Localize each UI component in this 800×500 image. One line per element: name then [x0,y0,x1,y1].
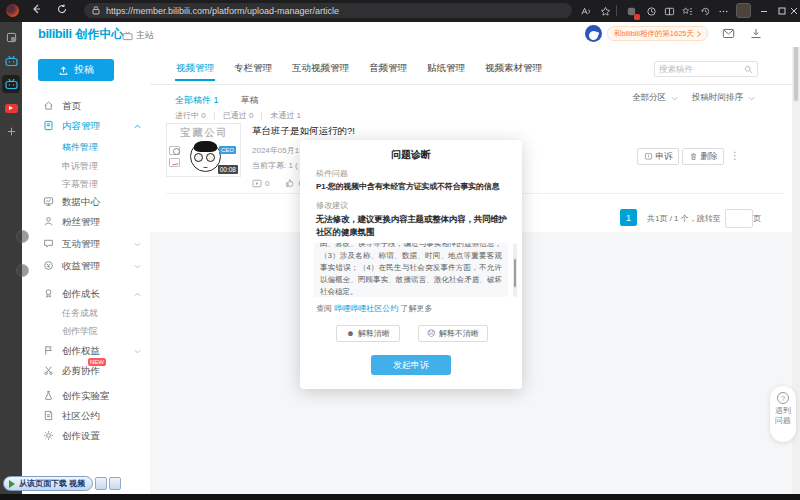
tab-sticker-management[interactable]: 贴纸管理 [426,57,466,80]
explain-clear-button[interactable]: ☻ 解释清晰 [336,325,400,342]
sidebar-item-bijian-collab[interactable]: 必剪协作 NEW [22,363,150,379]
help-widget[interactable]: ? 遇到 问题 [770,386,796,442]
history-icon[interactable] [698,4,712,18]
browser-profile-avatar[interactable] [736,3,751,18]
appeal-button[interactable]: 申诉 [637,148,679,165]
manage-tabs: 视频管理 专栏管理 互动视频管理 音频管理 贴纸管理 视频素材管理 [175,55,543,81]
question-mark-icon: ? [777,392,789,404]
sidebar-item-appeal-management[interactable]: 申诉管理 [22,158,150,174]
back-icon[interactable] [30,3,42,15]
delete-button[interactable]: 删除 [682,148,724,165]
filter-groups: 全部稿件 1 草稿 [175,94,259,107]
search-icon[interactable] [744,65,753,74]
sidebar-item-manuscript-management[interactable]: 稿件管理 [22,139,150,155]
download-helper-option-icon[interactable] [95,477,107,490]
sidebar-handle-icon[interactable] [16,264,29,277]
more-actions-icon[interactable]: ⋮ [730,150,740,161]
days-badge[interactable]: 和bilibili相伴的第1625天 [607,26,708,41]
sidebar-item-interaction-management[interactable]: 互动管理 [22,236,150,252]
sidebar-item-subtitle-management[interactable]: 字幕管理 [22,176,150,192]
tab-video-management[interactable]: 视频管理 [175,57,215,80]
status-in-progress[interactable]: 进行中 0 [175,110,206,121]
sidebar-item-data-center[interactable]: 数据中心 [22,194,150,210]
sidebar-item-creator-lab[interactable]: 创作实验室 [22,388,150,404]
content-icon [43,120,54,131]
advice-text: 无法修改，建议更换内容主题或整体内容，共同维护社区的健康氛围 [316,213,508,239]
tab-youtube-icon[interactable] [2,99,20,117]
jump-page-input[interactable] [725,209,753,228]
filter-all-manuscripts[interactable]: 全部稿件 1 [175,94,219,107]
modal-title: 问题诊断 [300,148,522,162]
thumbs-up-icon [285,178,295,188]
url-text[interactable]: https://member.bilibili.com/platform/upl… [106,6,339,16]
sidebar-item-creator-settings[interactable]: 创作设置 [22,428,150,444]
sidebar-item-creator-growth[interactable]: 创作成长 [22,286,150,302]
sidebar-item-home[interactable]: 首页 [22,98,150,114]
publish-button[interactable]: 投稿 [38,59,114,81]
thumbnail-text: 宝藏公司 [167,126,241,140]
browser-essentials-icon[interactable] [644,4,658,18]
close-button[interactable] [788,0,800,22]
modal-scrollbar-thumb[interactable] [513,258,517,288]
search-box [654,61,758,77]
home-icon [43,100,54,111]
video-title[interactable]: 草台班子是如何运行的?! [252,125,355,138]
tab-bilibili-creator-icon[interactable] [2,75,20,93]
extension-icon[interactable] [624,4,638,18]
chevron-down-icon [134,242,141,247]
tab-article-management[interactable]: 专栏管理 [233,57,273,80]
community-pact-link[interactable]: 哔哩哔哩社区公约 [334,304,398,313]
sidebar-handle-icon[interactable] [16,230,29,243]
new-tab-icon[interactable] [2,122,20,140]
user-avatar[interactable] [585,25,602,42]
url-bar[interactable]: https://member.bilibili.com/platform/upl… [84,3,572,18]
sidebar-item-creator-rights[interactable]: 创作权益 [22,343,150,359]
browser-logo-icon[interactable] [6,4,19,17]
policy-scroll-box[interactable]: 由、篡改、误导等手段，编造与事实相悖的虚假信息；（3）涉及名称、称谓、数据、时间… [314,243,508,297]
bilibili-logo[interactable]: bilibili创作中心 [38,26,124,43]
gear-icon [43,430,54,441]
read-aloud-icon[interactable] [578,4,592,18]
sidebar-item-revenue-management[interactable]: 收益管理 [22,258,150,274]
split-screen-icon[interactable] [662,4,676,18]
more-menu-icon[interactable] [716,4,730,18]
publish-label: 投稿 [74,63,94,77]
bookmark-star-icon[interactable] [598,4,612,18]
tab-bilibili-icon[interactable] [2,52,20,70]
page-number-button[interactable]: 1 [620,209,637,226]
main-site-link[interactable]: 主站 [122,29,154,42]
start-appeal-button[interactable]: 发起申诉 [371,355,451,375]
tab-list-icon[interactable] [2,28,20,46]
trash-icon [689,152,698,161]
category-dropdown[interactable]: 全部分区 [632,92,678,104]
status-rejected[interactable]: 未通过 1 [270,110,301,121]
reload-icon[interactable] [56,3,68,15]
video-thumbnail[interactable]: 宝藏公司 CEO 00:08 [166,123,241,177]
issue-text: P1-您的视频中含有未经官方证实或不符合事实的信息 [316,181,508,192]
sidebar-item-fans-management[interactable]: 粉丝管理 [22,214,150,230]
pagination-unit: 页 [753,213,761,224]
tab-interactive-video-management[interactable]: 互动视频管理 [291,57,350,80]
cartoon-face [190,141,221,172]
filter-draft[interactable]: 草稿 [241,94,259,107]
sort-dropdown[interactable]: 投稿时间排序 [692,92,755,104]
browser-tabstrip [0,22,22,494]
favorites-icon[interactable] [680,4,694,18]
download-helper-close-icon[interactable] [109,477,121,490]
logo-suffix: 创作中心 [76,27,124,41]
help-text-line2: 问题 [770,416,796,426]
download-icon[interactable] [750,28,762,39]
tab-audio-management[interactable]: 音频管理 [368,57,408,80]
message-icon[interactable] [722,28,735,39]
status-passed[interactable]: 已通过 0 [223,110,254,121]
download-from-page-button[interactable]: 从该页面下载 视频 [3,476,93,491]
tab-video-material-management[interactable]: 视频素材管理 [484,57,543,80]
explain-unclear-button[interactable]: ☹ 解释不清晰 [418,325,488,342]
sidebar-item-community-pact[interactable]: 社区公约 [22,408,150,424]
sidebar-item-task-achievement[interactable]: 任务成就 [22,305,150,321]
sidebar-item-creator-academy[interactable]: 创作学院 [22,323,150,339]
tv-icon [122,31,133,41]
chevron-down-icon [134,349,141,354]
sidebar-item-content-management[interactable]: 内容管理 [22,118,150,134]
search-input[interactable] [655,64,744,74]
